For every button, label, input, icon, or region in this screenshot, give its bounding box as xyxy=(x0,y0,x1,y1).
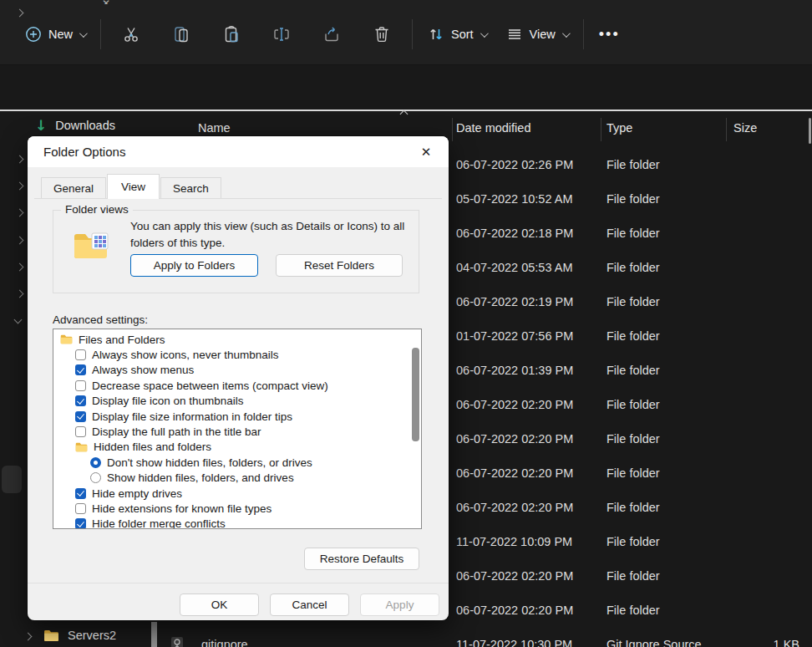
dialog-title: Folder Options xyxy=(43,145,125,159)
column-separator[interactable] xyxy=(726,118,727,141)
sort-button[interactable]: Sort xyxy=(418,19,496,49)
advanced-setting-label: Always show menus xyxy=(92,364,194,376)
checkbox[interactable] xyxy=(75,503,86,514)
advanced-setting-item[interactable]: Always show menus xyxy=(53,363,421,378)
advanced-setting-label: Don't show hidden files, folders, or dri… xyxy=(107,456,312,469)
advanced-setting-label: Display file size information in folder … xyxy=(92,410,292,423)
dialog-footer-separator xyxy=(28,583,449,583)
radio-button[interactable] xyxy=(90,472,101,483)
file-type: File folder xyxy=(606,466,660,480)
folder-options-dialog: Folder Options ✕ General View Search Fol… xyxy=(28,136,449,620)
advanced-setting-label: Decrease space between items (compact vi… xyxy=(92,380,328,392)
sidebar-item-downloads[interactable]: ↓ Downloads xyxy=(35,117,115,134)
advanced-setting-label: Hide extensions for known file types xyxy=(92,502,272,515)
advanced-setting-item[interactable]: Hidden files and folders xyxy=(53,440,421,455)
column-header-name[interactable]: Name xyxy=(198,121,231,135)
checkbox[interactable] xyxy=(75,426,86,437)
advanced-setting-item[interactable]: Decrease space between items (compact vi… xyxy=(53,378,421,393)
tab-view[interactable]: View xyxy=(107,174,160,199)
radio-button[interactable] xyxy=(90,457,101,468)
folder-icon xyxy=(75,442,88,452)
delete-button[interactable] xyxy=(363,18,401,51)
advanced-setting-label: Display the full path in the title bar xyxy=(92,425,261,438)
advanced-setting-item[interactable]: Display the full path in the title bar xyxy=(53,424,421,439)
sidebar-item-servers2[interactable]: Servers2 xyxy=(43,629,116,642)
view-button-label: View xyxy=(530,28,556,41)
explorer-window: ✕ New xyxy=(0,0,812,647)
paste-icon xyxy=(221,24,241,44)
cut-icon xyxy=(121,24,141,44)
more-options-button[interactable]: ••• xyxy=(589,19,630,50)
table-row[interactable]: .gitignore11-07-2022 10:30 PMGit Ignore … xyxy=(0,629,812,647)
view-button[interactable]: View xyxy=(496,19,578,49)
advanced-setting-item[interactable]: Hide extensions for known file types xyxy=(53,501,421,516)
sidebar-splitter[interactable] xyxy=(151,622,157,647)
folder-views-group: Folder views You can apply this view (su… xyxy=(53,210,419,293)
vertical-scrollbar-thumb[interactable] xyxy=(809,118,811,144)
file-type: File folder xyxy=(606,329,660,343)
command-bar: ✕ New xyxy=(0,0,812,64)
sidebar-item-label: Downloads xyxy=(55,119,115,132)
checkbox[interactable] xyxy=(75,395,86,406)
file-type: File folder xyxy=(606,192,660,206)
column-header-size[interactable]: Size xyxy=(733,121,757,135)
downloads-icon: ↓ xyxy=(35,117,47,134)
column-separator[interactable] xyxy=(601,118,601,141)
cut-button[interactable] xyxy=(112,18,150,51)
apply-button[interactable]: Apply xyxy=(360,594,439,616)
close-icon[interactable]: ✕ xyxy=(410,139,442,165)
toolbar-divider xyxy=(583,19,584,49)
file-type: File folder xyxy=(606,569,660,583)
paste-button[interactable] xyxy=(212,18,251,51)
checkbox[interactable] xyxy=(75,518,86,529)
advanced-setting-item[interactable]: Always show icons, never thumbnails xyxy=(53,347,421,362)
checkbox[interactable] xyxy=(75,349,86,360)
file-date-modified: 11-07-2022 10:30 PM xyxy=(456,638,572,647)
sort-ascending-caret-icon xyxy=(401,111,409,118)
tab-search[interactable]: Search xyxy=(160,177,221,199)
apply-to-folders-button[interactable]: Apply to Folders xyxy=(130,254,258,277)
checkbox[interactable] xyxy=(75,380,86,391)
file-name: .gitignore xyxy=(198,638,248,647)
share-button[interactable] xyxy=(312,18,351,51)
advanced-setting-label: Hide folder merge conflicts xyxy=(92,517,226,529)
rename-button[interactable] xyxy=(262,18,301,51)
advanced-setting-item[interactable]: Display file icon on thumbnails xyxy=(53,394,421,409)
checkbox[interactable] xyxy=(75,364,86,375)
list-scrollbar-thumb[interactable] xyxy=(412,348,419,441)
folder-views-description: You can apply this view (such as Details… xyxy=(130,218,410,251)
gitignore-file-icon xyxy=(170,636,186,647)
cancel-button[interactable]: Cancel xyxy=(270,594,349,616)
new-button[interactable]: New xyxy=(15,19,95,49)
dialog-titlebar[interactable]: Folder Options ✕ xyxy=(28,136,449,167)
file-date-modified: 06-07-2022 02:20 PM xyxy=(456,398,573,411)
advanced-setting-item[interactable]: Hide folder merge conflicts xyxy=(53,517,421,529)
column-separator[interactable] xyxy=(452,118,453,141)
copy-button[interactable] xyxy=(162,18,200,51)
sort-icon xyxy=(428,26,444,43)
tab-close-fragment: ✕ xyxy=(102,0,114,4)
file-date-modified: 06-07-2022 02:20 PM xyxy=(456,466,573,480)
file-date-modified: 01-07-2022 07:56 PM xyxy=(456,329,573,343)
sidebar-scrollbar-thumb[interactable] xyxy=(2,466,22,493)
advanced-setting-label: Display file icon on thumbnails xyxy=(92,395,244,407)
advanced-setting-item[interactable]: Show hidden files, folders, and drives xyxy=(53,471,421,486)
advanced-setting-label: Files and Folders xyxy=(79,334,165,346)
ok-button[interactable]: OK xyxy=(180,594,259,616)
tab-general[interactable]: General xyxy=(41,177,106,199)
checkbox[interactable] xyxy=(75,488,86,499)
column-header-date[interactable]: Date modified xyxy=(456,121,530,135)
column-header-type[interactable]: Type xyxy=(606,121,632,135)
reset-folders-button[interactable]: Reset Folders xyxy=(276,254,403,277)
restore-defaults-button[interactable]: Restore Defaults xyxy=(304,548,419,570)
file-type: File folder xyxy=(606,604,660,617)
advanced-setting-item[interactable]: Display file size information in folder … xyxy=(53,409,421,424)
file-date-modified: 11-07-2022 10:09 PM xyxy=(456,535,572,548)
advanced-setting-item[interactable]: Files and Folders xyxy=(53,332,421,347)
toolbar-divider xyxy=(100,19,101,49)
advanced-setting-label: Always show icons, never thumbnails xyxy=(92,349,279,361)
advanced-setting-item[interactable]: Don't show hidden files, folders, or dri… xyxy=(53,455,421,470)
checkbox[interactable] xyxy=(75,411,86,422)
advanced-setting-item[interactable]: Hide empty drives xyxy=(53,486,421,501)
dialog-tabs: General View Search xyxy=(41,174,222,199)
